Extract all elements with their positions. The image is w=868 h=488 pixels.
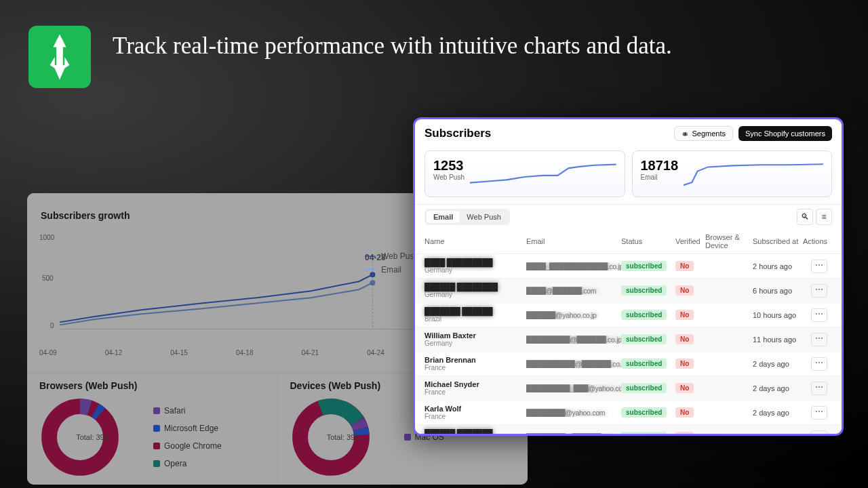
subscriber-email: █████████@██████.co.jp bbox=[526, 336, 621, 344]
subscribed-at: 2 days ago bbox=[753, 409, 800, 417]
subscriber-name: Michael Snyder bbox=[425, 380, 526, 388]
verified-badge: No bbox=[675, 383, 694, 393]
channel-tabs[interactable]: Email Web Push bbox=[425, 209, 510, 225]
subscribers-table: NameEmailStatusVerifiedBrowser & DeviceS… bbox=[415, 229, 842, 436]
subscriber-country: Germany bbox=[425, 340, 526, 347]
table-header: NameEmailStatusVerifiedBrowser & DeviceS… bbox=[415, 229, 842, 253]
users-icon: ⩩ bbox=[682, 129, 689, 138]
app-logo bbox=[28, 26, 91, 88]
subscribed-at: 6 hours ago bbox=[753, 287, 800, 295]
subscriber-name: Brian Brennan bbox=[425, 356, 526, 364]
verified-badge: No bbox=[675, 359, 694, 369]
status-badge: subscribed bbox=[621, 310, 667, 320]
table-row[interactable]: Michael SnyderFrance█████████_███@yahoo.… bbox=[415, 375, 842, 400]
row-actions-button[interactable]: ⋯ bbox=[811, 382, 827, 395]
subscriber-country: France bbox=[425, 413, 526, 420]
tab-webpush[interactable]: Web Push bbox=[460, 211, 508, 223]
chart-tooltip-date: 04-28 bbox=[365, 253, 386, 262]
tab-email[interactable]: Email bbox=[427, 211, 460, 223]
filter-icon[interactable]: ≡ bbox=[816, 209, 832, 225]
subscriber-email: ████████@██████.co.jp bbox=[526, 433, 621, 436]
subscriber-name: ███████ ██████ bbox=[425, 307, 526, 315]
row-actions-button[interactable]: ⋯ bbox=[811, 260, 827, 273]
verified-badge: No bbox=[675, 432, 694, 436]
subscriber-email: ██████@yahoo.co.jp bbox=[526, 311, 621, 319]
subscriber-name: ████ █████████ bbox=[425, 258, 526, 266]
browsers-total-label: Total: 392 bbox=[65, 433, 119, 441]
browsers-section: Browsers (Web Push) Total: 392 Safari Mi… bbox=[27, 373, 277, 485]
subscriber-name: ██████ ████████ bbox=[425, 283, 526, 291]
status-badge: subscribed bbox=[621, 359, 667, 369]
table-row[interactable]: Brian BrennanFrance██████████@██████.co.… bbox=[415, 351, 842, 375]
email-sparkline bbox=[684, 158, 823, 190]
subscribed-at: 2 hours ago bbox=[753, 262, 800, 270]
email-label: Email bbox=[641, 174, 679, 181]
status-badge: subscribed bbox=[621, 334, 667, 344]
row-actions-button[interactable]: ⋯ bbox=[811, 430, 827, 436]
subscriber-country: Brazil bbox=[425, 315, 526, 323]
verified-badge: No bbox=[675, 261, 694, 271]
subscriber-country: Germany bbox=[425, 266, 526, 274]
sync-shopify-button[interactable]: Sync Shopify customers bbox=[738, 126, 832, 141]
subscriber-country: France bbox=[425, 388, 526, 396]
webpush-label: Web Push bbox=[433, 174, 465, 181]
growth-title: Subscribers growth bbox=[41, 210, 130, 221]
status-badge: subscribed bbox=[621, 383, 667, 393]
headline: Track real-time performance with intuiti… bbox=[113, 33, 672, 60]
search-icon[interactable]: 🔍︎ bbox=[797, 209, 813, 225]
status-badge: subscribed bbox=[621, 407, 667, 418]
row-actions-button[interactable]: ⋯ bbox=[811, 357, 827, 371]
subscriber-name: William Baxter bbox=[425, 331, 526, 340]
subscriber-country: France bbox=[425, 364, 526, 371]
webpush-count: 1253 bbox=[433, 158, 465, 174]
table-row[interactable]: William BaxterGermany█████████@██████.co… bbox=[415, 327, 842, 351]
table-row[interactable]: ███████ ██████Brazil██████@yahoo.co.jpsu… bbox=[415, 302, 842, 327]
webpush-sparkline bbox=[470, 158, 616, 190]
table-row[interactable]: ████ █████████Germany████_████████████.c… bbox=[415, 253, 842, 278]
webpush-stat-card[interactable]: 1253 Web Push bbox=[425, 150, 625, 197]
devices-total-label: Total: 392 bbox=[316, 433, 370, 441]
status-badge: subscribed bbox=[621, 285, 667, 296]
status-badge: subscribed bbox=[621, 432, 667, 436]
verified-badge: No bbox=[675, 407, 694, 418]
email-count: 18718 bbox=[641, 158, 679, 174]
verified-badge: No bbox=[675, 285, 694, 296]
subscriber-email: █████████_███@yahoo.co.jp bbox=[526, 384, 621, 392]
subscriber-email: ████@██████.com bbox=[526, 287, 621, 295]
table-row[interactable]: ██████ ████████Germany████@██████.comsub… bbox=[415, 278, 842, 302]
subscriber-name: Karla Wolf bbox=[425, 405, 526, 413]
subscriber-email: ████_████████████.co.jp bbox=[526, 262, 621, 270]
browsers-title: Browsers (Web Push) bbox=[39, 380, 265, 391]
email-stat-card[interactable]: 18718 Email bbox=[632, 150, 833, 197]
subscriber-country: Germany bbox=[425, 291, 526, 298]
subscribed-at: 2 days ago bbox=[753, 384, 800, 392]
subscribers-panel: Subscribers ⩩ Segments Sync Shopify cust… bbox=[413, 117, 844, 436]
subscribed-at: 5 days ago bbox=[753, 433, 800, 436]
status-badge: subscribed bbox=[621, 261, 667, 271]
segments-button[interactable]: ⩩ Segments bbox=[674, 126, 733, 141]
table-row[interactable]: Karla WolfFrance████████@yahoo.comsubscr… bbox=[415, 400, 842, 424]
row-actions-button[interactable]: ⋯ bbox=[811, 333, 827, 346]
row-actions-button[interactable]: ⋯ bbox=[811, 406, 827, 420]
subscribed-at: 2 days ago bbox=[753, 360, 800, 368]
subscribed-at: 10 hours ago bbox=[753, 311, 800, 319]
rocket-icon bbox=[42, 33, 77, 81]
row-actions-button[interactable]: ⋯ bbox=[811, 308, 827, 322]
subscriber-email: ██████████@██████.co.jp bbox=[526, 360, 621, 368]
verified-badge: No bbox=[675, 310, 694, 320]
subscribed-at: 11 hours ago bbox=[753, 336, 800, 344]
panel-title: Subscribers bbox=[425, 127, 491, 140]
table-row[interactable]: ██████ ███████United States████████@████… bbox=[415, 424, 842, 436]
verified-badge: No bbox=[675, 334, 694, 344]
subscriber-name: ██████ ███████ bbox=[425, 429, 526, 436]
subscriber-email: ████████@yahoo.com bbox=[526, 409, 621, 417]
row-actions-button[interactable]: ⋯ bbox=[811, 284, 827, 298]
